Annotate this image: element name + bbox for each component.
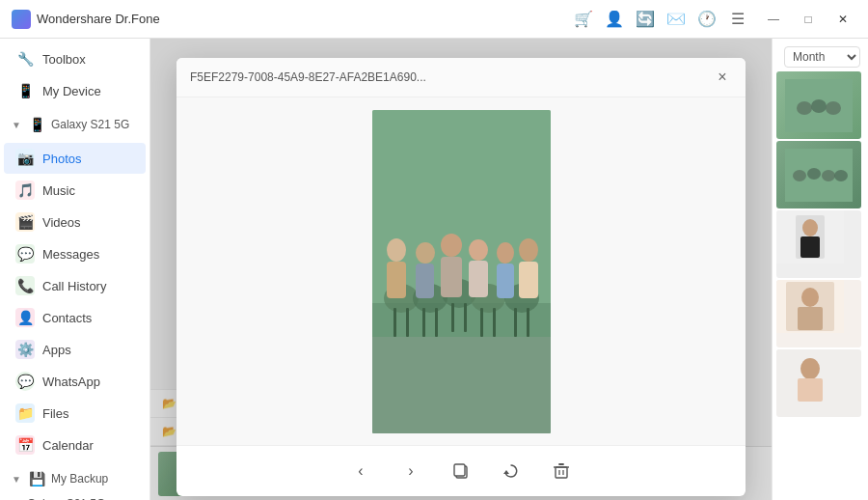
cart-icon[interactable]: 🛒 — [575, 11, 592, 28]
app-logo: Wondershare Dr.Fone — [12, 10, 575, 29]
sidebar-label-apps: Apps — [42, 343, 71, 357]
device-caret: ▼ — [12, 120, 21, 130]
thumb-img-5 — [776, 349, 844, 403]
thumb-img-1 — [785, 79, 853, 132]
thumb-img-3 — [776, 210, 844, 264]
device-name: Galaxy S21 5G — [51, 118, 129, 131]
copy-button[interactable] — [446, 456, 476, 486]
sidebar-label-messages: Messages — [42, 247, 99, 262]
backup-icon: 💾 — [29, 471, 45, 486]
sidebar-label-whatsapp: WhatsApp — [42, 375, 100, 389]
whatsapp-icon: 💬 — [15, 372, 35, 391]
svg-point-46 — [834, 170, 848, 181]
rotate-button[interactable] — [496, 456, 527, 486]
sidebar-label-calendar: Calendar — [42, 438, 94, 453]
next-button[interactable]: › — [395, 456, 426, 486]
modal-title: F5EF2279-7008-45A9-8E27-AFA2BE1A690... — [190, 70, 426, 84]
files-icon: 📁 — [15, 403, 35, 423]
thumb-panel: Month January February March — [772, 39, 868, 500]
sidebar-item-whatsapp[interactable]: 💬 WhatsApp — [4, 366, 146, 397]
minimize-button[interactable]: — — [760, 11, 787, 28]
svg-point-41 — [826, 101, 841, 115]
modal-header: F5EF2279-7008-45A9-8E27-AFA2BE1A690... × — [176, 58, 746, 97]
titlebar: Wondershare Dr.Fone 🛒 👤 🔄 ✉️ 🕐 ☰ — □ ✕ — [0, 0, 868, 39]
user-icon[interactable]: 👤 — [606, 11, 623, 28]
sidebar-label-music: Music — [42, 183, 75, 198]
mail-icon[interactable]: ✉️ — [667, 11, 685, 28]
sidebar-item-apps[interactable]: ⚙️ Apps — [4, 334, 146, 365]
modal-toolbar: ‹ › — [176, 445, 746, 496]
sidebar-label-videos: Videos — [42, 215, 81, 230]
sidebar-item-my-device[interactable]: 📱 My Device — [4, 75, 146, 106]
svg-point-44 — [807, 168, 821, 180]
modal-image-area — [176, 97, 746, 445]
main-layout: 🔧 Toolbox 📱 My Device ▼ 📱 Galaxy S21 5G … — [0, 39, 868, 500]
svg-point-45 — [822, 170, 835, 181]
backup-items-list: Galaxy S21 5G 03/ iPhone sdsd 03/ Amc-11… — [0, 492, 149, 500]
sidebar-device-section: 📷 Photos 🎵 Music 🎬 Videos 💬 Messages 📞 C… — [0, 138, 149, 465]
image-viewer-modal: F5EF2279-7008-45A9-8E27-AFA2BE1A690... × — [176, 58, 746, 496]
thumb-item-2[interactable] — [776, 141, 861, 208]
sidebar-label-my-device: My Device — [42, 84, 101, 98]
thumb-item-5[interactable] — [776, 349, 861, 417]
thumb-grid — [773, 71, 868, 421]
svg-point-40 — [811, 99, 827, 113]
svg-point-39 — [797, 101, 812, 115]
backup-caret: ▼ — [12, 474, 21, 485]
photo-image — [372, 110, 551, 433]
modal-close-button[interactable]: × — [713, 68, 732, 87]
sidebar-item-messages[interactable]: 💬 Messages — [4, 238, 146, 269]
thumb-item-1[interactable] — [776, 71, 861, 139]
svg-point-49 — [802, 219, 818, 236]
thumb-item-3[interactable] — [776, 210, 861, 278]
sidebar-label-call-history: Call History — [42, 279, 106, 293]
delete-button[interactable] — [546, 456, 577, 486]
sidebar-item-contacts[interactable]: 👤 Contacts — [4, 302, 146, 333]
sidebar-item-toolbox[interactable]: 🔧 Toolbox — [4, 43, 146, 74]
svg-rect-57 — [798, 378, 823, 402]
svg-point-53 — [801, 288, 819, 307]
photos-icon: 📷 — [15, 149, 35, 168]
titlebar-icons: 🛒 👤 🔄 ✉️ 🕐 ☰ — [575, 11, 746, 28]
sidebar-item-videos[interactable]: 🎬 Videos — [4, 207, 146, 237]
sidebar-item-files[interactable]: 📁 Files — [4, 398, 146, 429]
maximize-button[interactable]: □ — [795, 11, 822, 28]
my-device-icon: 📱 — [15, 81, 35, 100]
refresh-icon[interactable]: 🔄 — [637, 11, 654, 28]
device-icon: 📱 — [29, 117, 45, 132]
month-select[interactable]: Month January February March — [784, 46, 860, 68]
thumb-img-2 — [785, 149, 853, 202]
sidebar-item-calendar[interactable]: 📅 Calendar — [4, 430, 146, 460]
svg-rect-31 — [454, 464, 465, 476]
messages-icon: 💬 — [15, 244, 35, 264]
content-area: F5EF2279-7008-45A9-8E27-AFA2BE1A690... × — [150, 39, 772, 500]
backup-item-0[interactable]: Galaxy S21 5G 03/ — [0, 492, 149, 500]
calendar-icon: 📅 — [15, 435, 35, 455]
toolbox-icon: 🔧 — [15, 49, 35, 69]
menu-icon[interactable]: ☰ — [729, 11, 746, 28]
music-icon: 🎵 — [15, 181, 35, 200]
svg-marker-32 — [503, 470, 509, 474]
sidebar-label-contacts: Contacts — [42, 311, 92, 325]
rotate-icon — [502, 462, 520, 480]
thumb-panel-header: Month January February March — [773, 39, 868, 71]
sidebar-label-files: Files — [42, 406, 68, 421]
device-section-header: ▼ 📱 Galaxy S21 5G — [0, 111, 149, 138]
svg-rect-33 — [556, 467, 567, 478]
close-button[interactable]: ✕ — [829, 11, 856, 28]
sidebar-item-music[interactable]: 🎵 Music — [4, 175, 146, 206]
delete-icon — [553, 462, 570, 480]
copy-icon — [452, 462, 470, 480]
apps-icon: ⚙️ — [15, 340, 35, 359]
contacts-icon: 👤 — [15, 308, 35, 327]
svg-point-56 — [800, 358, 820, 379]
call-history-icon: 📞 — [15, 276, 35, 295]
prev-button[interactable]: ‹ — [345, 456, 376, 486]
sidebar-item-call-history[interactable]: 📞 Call History — [4, 270, 146, 301]
thumb-item-4[interactable] — [776, 280, 861, 347]
history-icon[interactable]: 🕐 — [698, 11, 716, 28]
sidebar-item-photos[interactable]: 📷 Photos — [4, 143, 146, 174]
window-controls: — □ ✕ — [760, 11, 856, 28]
app-title: Wondershare Dr.Fone — [37, 12, 160, 26]
backup-section-header: ▼ 💾 My Backup — [0, 465, 149, 492]
